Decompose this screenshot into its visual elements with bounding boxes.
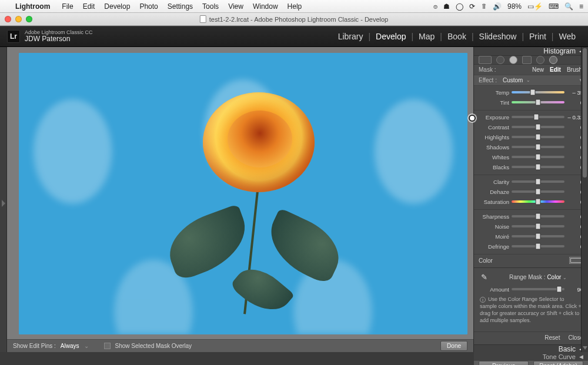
macos-menubar: Lightroom File Edit Develop Photo Settin… [0,0,588,13]
effect-row[interactable]: Effect : Custom ⌄ ▼ [474,75,588,86]
menu-settings[interactable]: Settings [163,2,198,11]
histogram-header[interactable]: Histogram ◀ [474,47,588,56]
overlay-label: Show Selected Mask Overlay [115,343,192,349]
done-button[interactable]: Done [440,341,467,351]
scroll-down-icon[interactable] [583,346,587,350]
scrollbar-thumb[interactable] [583,48,587,178]
slider-group-tone: Exposure– 0.32 Contrast0 Highlights0 Sha… [474,110,588,175]
menu-file[interactable]: File [57,2,78,11]
tablet-icon[interactable]: ⌾ [433,2,437,11]
adjustment-pin[interactable] [469,115,476,122]
spotlight-icon[interactable]: 🔍 [564,2,573,11]
window-titlebar: test1-2-2.lrcat - Adobe Photoshop Lightr… [0,13,588,26]
range-mask-value[interactable]: Color [547,274,561,280]
spot-tool-icon[interactable] [496,56,505,64]
reset-close-row: Reset Close [474,331,588,344]
document-icon [200,15,206,23]
shield-icon[interactable]: ☗ [443,2,450,11]
eyedropper-icon[interactable]: ✎ [479,272,489,282]
module-web[interactable]: Web [553,32,581,41]
keyboard-icon[interactable]: ⌨ [549,2,559,11]
identity-plate[interactable]: Adobe Lightroom Classic CC JDW Paterson [25,29,93,43]
menu-photo[interactable]: Photo [135,2,162,11]
gradient-tool-icon[interactable] [522,56,532,64]
slider-highlights[interactable]: Highlights0 [479,133,583,141]
module-print[interactable]: Print [524,32,552,41]
slider-dehaze[interactable]: Dehaze0 [479,187,583,196]
slider-amount[interactable]: Amount90 [479,285,583,293]
toolbar: Show Edit Pins : Always ⌄ Show Selected … [7,339,473,352]
slider-saturation[interactable]: Saturation0 [479,197,583,206]
zoom-window-button[interactable] [26,16,32,22]
menu-view[interactable]: View [223,2,248,11]
slider-whites[interactable]: Whites0 [479,153,583,161]
slider-contrast[interactable]: Contrast0 [479,123,583,131]
module-picker: Library| Develop| Map| Book| Slideshow| … [333,32,581,41]
range-mask-section: ✎ Range Mask : Color ⌄ Amount90 iUse the… [474,267,588,331]
photo-preview[interactable] [19,53,467,334]
effect-value: Custom [503,77,523,83]
menu-window[interactable]: Window [248,2,283,11]
menu-edit[interactable]: Edit [78,2,100,11]
menu-extras-icon[interactable]: ≡ [579,2,583,11]
menu-tools[interactable]: Tools [198,2,223,11]
left-panel-collapsed[interactable] [0,47,7,352]
local-tools [474,56,588,65]
overlay-checkbox[interactable] [104,343,111,349]
slider-exposure[interactable]: Exposure– 0.32 [479,113,583,121]
circle-icon[interactable]: ◯ [456,2,463,11]
redeye-tool-icon[interactable] [509,56,517,64]
minimize-window-button[interactable] [15,16,22,22]
photo-subject-flower [203,92,315,192]
slider-tint[interactable]: Tint0 [479,98,583,106]
slider-blacks[interactable]: Blacks0 [479,163,583,171]
mask-reset-button[interactable]: Reset [544,334,560,341]
module-book[interactable]: Book [442,32,472,41]
mask-mode-row: Mask : New Edit Brush [474,65,588,75]
basic-panel-header[interactable]: Basic◀ [474,344,588,353]
close-window-button[interactable] [5,16,11,22]
tone-curve-header[interactable]: Tone Curve◀ [474,353,588,360]
slider-sharpness[interactable]: Sharpness0 [479,212,583,220]
lightroom-logo-icon: Lr [7,30,20,43]
module-develop[interactable]: Develop [370,32,411,41]
slider-noise[interactable]: Noise0 [479,222,583,230]
previous-button[interactable]: Previous [479,361,529,365]
slider-group-wb: Temp– 35 Tint0 [474,86,588,110]
image-canvas[interactable] [7,47,473,339]
menu-help[interactable]: Help [283,2,307,11]
mask-edit[interactable]: Edit [549,66,562,73]
slider-group-detail: Sharpness0 Noise0 Moiré0 Defringe0 [474,209,588,254]
module-slideshow[interactable]: Slideshow [474,32,522,41]
app-menu[interactable]: Lightroom [11,2,55,11]
show-pins-dropdown[interactable]: Always [61,343,79,349]
battery-icon[interactable]: ▭⚡ [527,2,543,11]
slider-shadows[interactable]: Shadows0 [479,143,583,151]
slider-defringe[interactable]: Defringe0 [479,242,583,250]
slider-moire[interactable]: Moiré0 [479,232,583,240]
effect-label: Effect : [479,77,497,83]
mask-new[interactable]: New [531,66,545,73]
volume-icon[interactable]: 🔊 [493,2,502,11]
module-map[interactable]: Map [413,32,440,41]
range-mask-hint: iUse the Color Range Selector to sample … [479,293,583,327]
sync-icon[interactable]: ⟳ [469,2,475,11]
histogram-label: Histogram [543,47,576,55]
range-mask-label: Range Mask : [509,274,546,280]
menu-develop[interactable]: Develop [99,2,135,11]
mask-label: Mask : [479,66,496,73]
lightroom-header: Lr Adobe Lightroom Classic CC JDW Paters… [0,26,588,47]
slider-clarity[interactable]: Clarity0 [479,178,583,186]
brush-tool-icon[interactable] [549,56,557,64]
show-pins-label: Show Edit Pins : [13,343,56,349]
window-title: test1-2-2.lrcat - Adobe Photoshop Lightr… [209,16,389,23]
right-footer: Previous Reset (Adobe) [474,360,588,365]
reset-adobe-button[interactable]: Reset (Adobe) [533,361,583,365]
slider-temp[interactable]: Temp– 35 [479,88,583,96]
wifi-icon[interactable]: ⥣ [481,2,487,11]
radial-tool-icon[interactable] [536,56,544,64]
module-library[interactable]: Library [333,32,369,41]
right-scrollbar[interactable] [581,47,588,352]
crop-tool-icon[interactable] [479,56,492,64]
color-label: Color [479,257,493,264]
